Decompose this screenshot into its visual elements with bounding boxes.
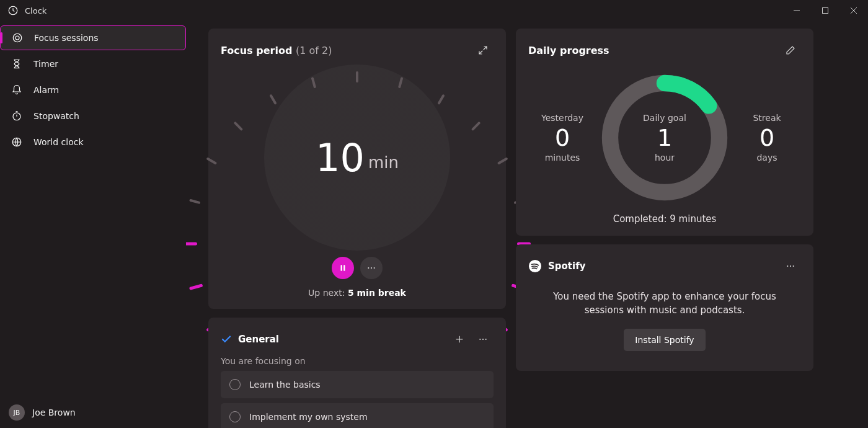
focus-time-value: 10 xyxy=(316,135,365,181)
focus-time-unit: min xyxy=(368,153,399,172)
up-next-value: 5 min break xyxy=(348,288,406,298)
dial-tick xyxy=(186,243,197,246)
dial-tick xyxy=(471,122,481,132)
task-radio[interactable] xyxy=(229,379,241,390)
app-title: Clock xyxy=(25,6,46,16)
focus-dial: 10 min xyxy=(264,65,450,251)
globe-icon xyxy=(10,136,24,148)
svg-point-11 xyxy=(479,339,480,340)
sidebar-item-label: Stopwatch xyxy=(33,111,79,121)
focus-period-card: Focus period (1 of 2) 10 min xyxy=(208,29,506,309)
stat-yesterday: Yesterday 0 minutes xyxy=(528,113,596,163)
svg-point-13 xyxy=(485,339,487,340)
sidebar: Focus sessions Timer Alarm Stopwatch Wor… xyxy=(0,0,186,428)
daily-progress-card: Daily progress Yesterday 0 minutes xyxy=(516,29,813,236)
sidebar-item-focus-sessions[interactable]: Focus sessions xyxy=(0,25,186,50)
maximize-button[interactable] xyxy=(811,0,839,21)
svg-rect-7 xyxy=(343,265,345,270)
title-bar: Clock xyxy=(0,0,868,21)
sidebar-item-stopwatch[interactable]: Stopwatch xyxy=(0,104,186,128)
daily-progress-title: Daily progress xyxy=(528,45,609,56)
focus-period-progress: (1 of 2) xyxy=(296,45,332,56)
expand-button[interactable] xyxy=(472,40,494,61)
minimize-button[interactable] xyxy=(782,0,811,21)
dial-tick xyxy=(234,122,244,132)
spotify-icon xyxy=(528,259,542,273)
up-next-row: Up next: 5 min break xyxy=(308,288,406,298)
task-label: Learn the basics xyxy=(249,380,321,390)
stat-streak: Streak 0 days xyxy=(733,113,801,163)
svg-point-9 xyxy=(371,267,372,269)
add-task-button[interactable] xyxy=(449,329,470,350)
sidebar-item-label: Alarm xyxy=(33,85,59,95)
svg-rect-6 xyxy=(341,265,342,270)
todo-icon xyxy=(221,334,232,345)
focus-period-title: Focus period (1 of 2) xyxy=(221,45,332,56)
spotify-brand: Spotify xyxy=(528,259,585,273)
close-button[interactable] xyxy=(839,0,868,21)
svg-point-2 xyxy=(13,33,22,42)
focus-icon xyxy=(11,32,24,43)
task-item[interactable]: Implement my own system xyxy=(221,403,494,428)
sidebar-item-label: World clock xyxy=(33,137,84,147)
bell-icon xyxy=(10,84,24,96)
pause-button[interactable] xyxy=(332,257,354,279)
main-content: Focus period (1 of 2) 10 min xyxy=(186,0,868,428)
user-name: Joe Brown xyxy=(32,408,76,417)
task-radio[interactable] xyxy=(229,411,241,422)
progress-ring: Daily goal 1 hour xyxy=(596,69,733,206)
sidebar-item-world-clock[interactable]: World clock xyxy=(0,130,186,154)
svg-point-12 xyxy=(482,339,484,340)
spotify-card: Spotify You need the Spotify app to enha… xyxy=(516,244,813,371)
title-bar-left: Clock xyxy=(7,5,46,16)
sidebar-item-label: Focus sessions xyxy=(34,33,99,43)
svg-rect-1 xyxy=(823,8,828,14)
sidebar-item-timer[interactable]: Timer xyxy=(0,51,186,76)
dial-tick xyxy=(206,157,218,164)
edit-goal-button[interactable] xyxy=(780,40,801,61)
dial-tick xyxy=(497,157,508,164)
svg-point-3 xyxy=(16,36,19,40)
app-icon xyxy=(7,5,19,16)
task-label: Implement my own system xyxy=(249,412,368,422)
svg-point-10 xyxy=(374,267,375,269)
stopwatch-icon xyxy=(10,110,24,122)
svg-point-18 xyxy=(790,265,791,267)
spotify-more-button[interactable] xyxy=(780,256,801,277)
svg-point-17 xyxy=(787,265,788,267)
dial-tick xyxy=(189,283,203,290)
hourglass-icon xyxy=(10,58,24,69)
completed-text: Completed: 9 minutes xyxy=(528,213,801,225)
tasks-more-button[interactable] xyxy=(472,329,494,350)
svg-point-8 xyxy=(368,267,369,269)
svg-point-19 xyxy=(793,265,794,267)
task-item[interactable]: Learn the basics xyxy=(221,371,494,398)
tasks-card: General You are focusing on Learn the ba… xyxy=(208,318,506,428)
sidebar-item-alarm[interactable]: Alarm xyxy=(0,78,186,102)
focus-more-button[interactable] xyxy=(360,257,383,279)
sidebar-item-label: Timer xyxy=(33,59,58,69)
spotify-message: You need the Spotify app to enhance your… xyxy=(547,290,782,318)
avatar-initials: JB xyxy=(14,409,20,417)
focusing-on-label: You are focusing on xyxy=(221,356,494,366)
avatar: JB xyxy=(9,404,25,421)
dial-tick xyxy=(189,199,200,205)
window-controls xyxy=(782,0,868,21)
user-account-row[interactable]: JB Joe Brown xyxy=(0,397,186,428)
dial-tick xyxy=(356,71,358,82)
install-spotify-button[interactable]: Install Spotify xyxy=(624,329,705,351)
tasks-list-title[interactable]: General xyxy=(221,334,279,345)
